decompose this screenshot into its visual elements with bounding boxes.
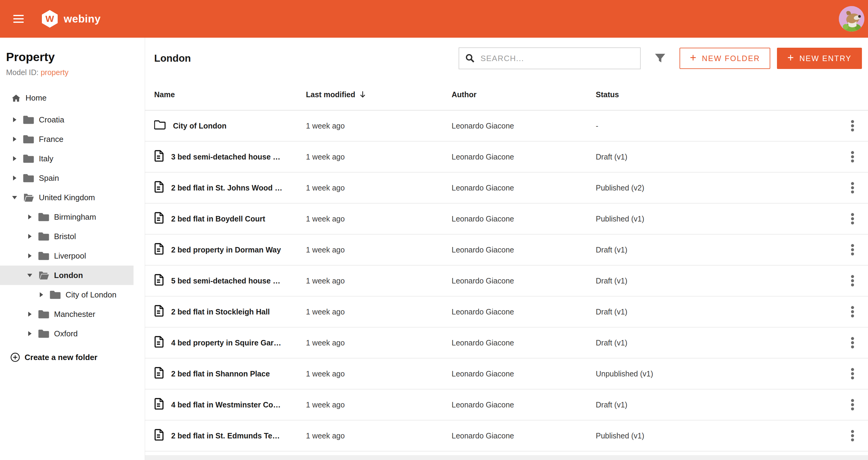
row-menu-button[interactable]: [847, 117, 858, 135]
table-row-4-bed-flat-in-westminster-co[interactable]: 4 bed flat in Westminster Co… 1 week ago…: [145, 390, 868, 421]
sidebar-item-italy[interactable]: Italy: [0, 149, 133, 168]
row-menu-button[interactable]: [847, 427, 858, 445]
new-entry-button[interactable]: + NEW ENTRY: [777, 48, 862, 69]
sidebar-item-london[interactable]: London: [0, 265, 133, 285]
table-row-2-bed-flat-in-stockleigh-hall[interactable]: 2 bed flat in Stockleigh Hall 1 week ago…: [145, 296, 868, 327]
entry-status: Published (v1): [596, 214, 837, 223]
table-row-2-bed-flat-in-boydell-court[interactable]: 2 bed flat in Boydell Court 1 week ago L…: [145, 204, 868, 235]
bottom-scroll-strip: [145, 455, 868, 460]
sidebar-item-united-kingdom[interactable]: United Kingdom: [0, 188, 133, 207]
table-row-4-bed-property-in-squire-gar[interactable]: 4 bed property in Squire Gar… 1 week ago…: [145, 327, 868, 358]
expand-chevron-icon[interactable]: [27, 312, 32, 317]
entry-last-modified: 1 week ago: [306, 308, 452, 316]
folder-open-icon: [38, 270, 49, 280]
entry-name: City of London: [173, 121, 226, 130]
entry-last-modified: 1 week ago: [306, 152, 452, 161]
entry-last-modified: 1 week ago: [306, 183, 452, 192]
expand-chevron-icon[interactable]: [27, 331, 32, 336]
table-row-city-of-london[interactable]: City of London 1 week ago Leonardo Giaco…: [145, 111, 868, 142]
document-icon: [154, 243, 164, 256]
kebab-menu-icon: [850, 275, 855, 287]
search-icon: [465, 54, 475, 63]
kebab-menu-icon: [850, 337, 855, 349]
sidebar-item-croatia[interactable]: Croatia: [0, 110, 133, 130]
model-title: Property: [6, 51, 145, 64]
folder-icon: [23, 154, 34, 164]
expand-chevron-icon[interactable]: [27, 274, 32, 277]
folder-label: London: [54, 271, 83, 280]
expand-chevron-icon[interactable]: [12, 176, 17, 180]
row-menu-button[interactable]: [847, 241, 858, 259]
menu-icon[interactable]: [13, 15, 24, 23]
sidebar-item-oxford[interactable]: Oxford: [0, 324, 133, 343]
expand-chevron-icon[interactable]: [12, 117, 17, 122]
new-folder-button[interactable]: + NEW FOLDER: [680, 48, 770, 69]
folder-icon: [23, 115, 34, 124]
filter-button[interactable]: [654, 52, 666, 64]
sidebar-item-liverpool[interactable]: Liverpool: [0, 246, 133, 265]
avatar-dog-photo: [839, 6, 864, 32]
table-row-2-bed-flat-in-st-johns-wood[interactable]: 2 bed flat in St. Johns Wood … 1 week ag…: [145, 173, 868, 204]
folder-label: City of London: [66, 290, 117, 299]
plus-icon: +: [787, 52, 795, 63]
sidebar-item-spain[interactable]: Spain: [0, 168, 133, 188]
entry-name: 4 bed property in Squire Gar…: [171, 339, 281, 347]
row-menu-button[interactable]: [847, 179, 858, 197]
user-avatar[interactable]: [839, 6, 864, 32]
folder-icon: [38, 329, 49, 339]
entry-last-modified: 1 week ago: [306, 121, 452, 130]
row-menu-button[interactable]: [847, 365, 858, 383]
expand-chevron-icon[interactable]: [27, 234, 32, 239]
entry-author: Leonardo Giacone: [452, 121, 596, 130]
expand-chevron-icon[interactable]: [39, 292, 44, 297]
create-folder-button[interactable]: Create a new folder: [10, 352, 145, 362]
entry-last-modified: 1 week ago: [306, 370, 452, 378]
entry-name: 5 bed semi-detached house …: [171, 277, 280, 285]
create-folder-label: Create a new folder: [25, 353, 97, 362]
new-entry-label: NEW ENTRY: [799, 54, 851, 63]
row-menu-button[interactable]: [847, 396, 858, 414]
table-body: City of London 1 week ago Leonardo Giaco…: [145, 111, 868, 452]
plus-circle-icon: [10, 352, 20, 362]
folder-label: Spain: [39, 173, 59, 183]
table-row-2-bed-property-in-dorman-way[interactable]: 2 bed property in Dorman Way 1 week ago …: [145, 235, 868, 265]
column-header-last-modified[interactable]: Last modified: [306, 90, 452, 99]
entry-last-modified: 1 week ago: [306, 339, 452, 347]
expand-chevron-icon[interactable]: [12, 137, 17, 142]
sidebar-item-home[interactable]: Home: [11, 93, 145, 103]
column-header-author: Author: [452, 90, 596, 99]
expand-chevron-icon[interactable]: [12, 156, 17, 161]
folder-label: France: [39, 135, 63, 144]
row-menu-button[interactable]: [847, 303, 858, 321]
folder-label: Italy: [39, 154, 54, 164]
entry-name: 2 bed flat in Stockleigh Hall: [171, 308, 270, 316]
logo-letter: W: [45, 14, 54, 24]
entry-name: 4 bed flat in Westminster Co…: [171, 400, 281, 409]
expand-chevron-icon[interactable]: [27, 253, 32, 258]
folder-icon: [38, 212, 49, 222]
table-row-2-bed-flat-in-st-edmunds-te[interactable]: 2 bed flat in St. Edmunds Te… 1 week ago…: [145, 421, 868, 452]
folder-icon: [38, 232, 49, 241]
model-id-value[interactable]: property: [41, 68, 69, 77]
table-row-2-bed-flat-in-shannon-place[interactable]: 2 bed flat in Shannon Place 1 week ago L…: [145, 358, 868, 390]
table-row-5-bed-semi-detached-house[interactable]: 5 bed semi-detached house … 1 week ago L…: [145, 265, 868, 296]
kebab-menu-icon: [850, 213, 855, 225]
expand-chevron-icon[interactable]: [27, 214, 32, 219]
row-menu-button[interactable]: [847, 271, 858, 290]
sidebar-item-city-of-london[interactable]: City of London: [0, 285, 133, 305]
sidebar-item-bristol[interactable]: Bristol: [0, 227, 133, 246]
row-menu-button[interactable]: [847, 148, 858, 166]
entry-name: 2 bed flat in Boydell Court: [171, 214, 265, 223]
table-row-3-bed-semi-detached-house[interactable]: 3 bed semi-detached house … 1 week ago L…: [145, 142, 868, 173]
row-menu-button[interactable]: [847, 210, 858, 228]
new-folder-label: NEW FOLDER: [702, 54, 760, 63]
entry-author: Leonardo Giacone: [452, 246, 596, 254]
expand-chevron-icon[interactable]: [12, 196, 17, 199]
search-input[interactable]: [480, 54, 640, 63]
sidebar-item-manchester[interactable]: Manchester: [0, 305, 133, 324]
sidebar-item-france[interactable]: France: [0, 130, 133, 149]
folder-icon: [23, 134, 34, 144]
sidebar-item-birmingham[interactable]: Birmingham: [0, 207, 133, 227]
row-menu-button[interactable]: [847, 334, 858, 352]
entry-status: Draft (v1): [596, 246, 837, 254]
